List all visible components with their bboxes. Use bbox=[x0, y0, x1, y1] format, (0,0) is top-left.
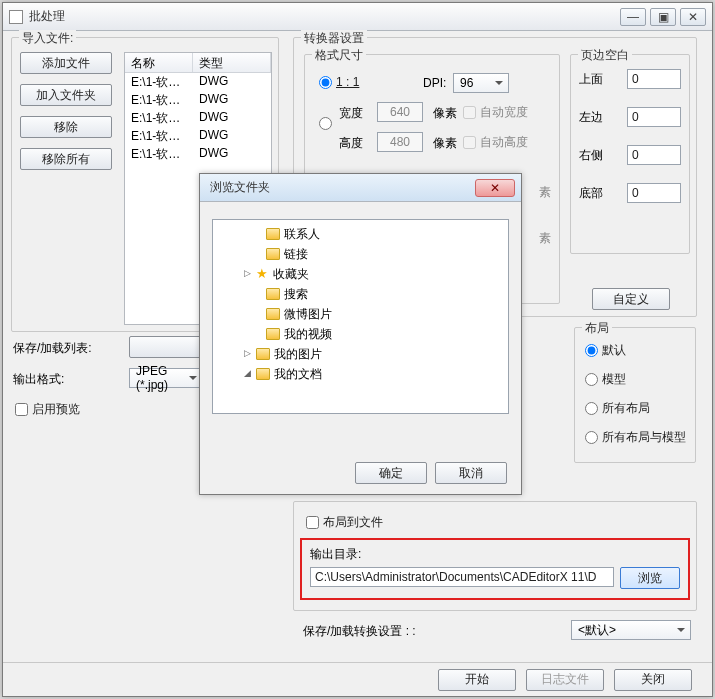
cancel-button[interactable]: 取消 bbox=[435, 462, 507, 484]
save-list-button[interactable] bbox=[129, 336, 203, 358]
margin-top-input[interactable] bbox=[627, 69, 681, 89]
px-suffix-2: 素 bbox=[539, 230, 551, 247]
dpi-label: DPI: bbox=[423, 76, 446, 90]
browse-folder-dialog: 浏览文件夹 ✕ 联系人链接▷★收藏夹搜索微博图片我的视频▷我的图片◢我的文档 确… bbox=[199, 173, 522, 495]
col-name[interactable]: 名称 bbox=[125, 53, 193, 72]
cell-type: DWG bbox=[193, 91, 271, 109]
margin-right-input[interactable] bbox=[627, 145, 681, 165]
output-dir-input[interactable] bbox=[310, 567, 614, 587]
output-dir-label: 输出目录: bbox=[310, 546, 680, 563]
table-row[interactable]: E:\1-软文...DWG bbox=[125, 109, 271, 127]
add-file-button[interactable]: 添加文件 bbox=[20, 52, 112, 74]
table-row[interactable]: E:\1-软文...DWG bbox=[125, 91, 271, 109]
tree-item[interactable]: 联系人 bbox=[215, 224, 506, 244]
dialog-title: 浏览文件夹 bbox=[206, 179, 471, 196]
remove-all-button[interactable]: 移除所有 bbox=[20, 148, 112, 170]
tree-item[interactable]: 搜索 bbox=[215, 284, 506, 304]
table-row[interactable]: E:\1-软文...DWG bbox=[125, 127, 271, 145]
cell-name: E:\1-软文... bbox=[125, 73, 193, 91]
margins-legend: 页边空白 bbox=[578, 47, 632, 64]
tree-item[interactable]: ▷★收藏夹 bbox=[215, 264, 506, 284]
width-input[interactable] bbox=[377, 102, 423, 122]
custom-size-radio[interactable] bbox=[319, 117, 332, 130]
table-header: 名称 类型 bbox=[125, 53, 271, 73]
maximize-button[interactable]: ▣ bbox=[650, 8, 676, 26]
save-settings-label: 保存/加载转换设置 : : bbox=[303, 623, 416, 640]
browse-button[interactable]: 浏览 bbox=[620, 567, 680, 589]
start-button[interactable]: 开始 bbox=[438, 669, 516, 691]
enable-preview-input[interactable] bbox=[15, 403, 28, 416]
height-unit: 像素 bbox=[433, 135, 457, 152]
layout-all-model-radio[interactable]: 所有布局与模型 bbox=[585, 429, 686, 446]
cell-name: E:\1-软文... bbox=[125, 127, 193, 145]
folder-icon bbox=[266, 308, 280, 320]
layout-to-file-input[interactable] bbox=[306, 516, 319, 529]
layout-all-radio[interactable]: 所有布局 bbox=[585, 400, 686, 417]
folder-icon bbox=[256, 348, 270, 360]
table-row[interactable]: E:\1-软文...DWG bbox=[125, 73, 271, 91]
folder-icon bbox=[266, 228, 280, 240]
auto-width-input bbox=[463, 106, 476, 119]
auto-width-checkbox[interactable]: 自动宽度 bbox=[463, 104, 528, 121]
layout-model-radio[interactable]: 模型 bbox=[585, 371, 686, 388]
save-list-label: 保存/加载列表: bbox=[13, 340, 92, 357]
tree-item-label: 我的视频 bbox=[284, 326, 332, 343]
close-button[interactable]: ✕ bbox=[680, 8, 706, 26]
output-format-select[interactable]: JPEG (*.jpg) bbox=[129, 368, 203, 388]
margin-left-input[interactable] bbox=[627, 107, 681, 127]
close-main-button[interactable]: 关闭 bbox=[614, 669, 692, 691]
width-label: 宽度 bbox=[339, 105, 363, 122]
ratio-1-1-radio[interactable]: 1 : 1 bbox=[319, 75, 359, 89]
ok-button[interactable]: 确定 bbox=[355, 462, 427, 484]
tree-item-label: 收藏夹 bbox=[273, 266, 309, 283]
tree-item[interactable]: 微博图片 bbox=[215, 304, 506, 324]
cell-type: DWG bbox=[193, 127, 271, 145]
app-icon bbox=[9, 10, 23, 24]
layout-to-file-checkbox[interactable]: 布局到文件 bbox=[306, 514, 383, 531]
tree-item[interactable]: ◢我的文档 bbox=[215, 364, 506, 384]
favorites-icon: ★ bbox=[256, 268, 269, 281]
layout-default-radio[interactable]: 默认 bbox=[585, 342, 686, 359]
margin-bottom-input[interactable] bbox=[627, 183, 681, 203]
cell-name: E:\1-软文... bbox=[125, 145, 193, 163]
enable-preview-label: 启用预览 bbox=[32, 401, 80, 418]
custom-size-input[interactable] bbox=[319, 117, 332, 130]
custom-button[interactable]: 自定义 bbox=[592, 288, 670, 310]
height-input[interactable] bbox=[377, 132, 423, 152]
expander-icon[interactable]: ▷ bbox=[243, 350, 252, 359]
tree-item[interactable]: ▷我的图片 bbox=[215, 344, 506, 364]
table-row[interactable]: E:\1-软文...DWG bbox=[125, 145, 271, 163]
tree-item[interactable]: 链接 bbox=[215, 244, 506, 264]
dialog-button-row: 确定 取消 bbox=[355, 462, 507, 484]
save-settings-select[interactable]: <默认> bbox=[571, 620, 691, 640]
tree-item[interactable]: 我的视频 bbox=[215, 324, 506, 344]
remove-button[interactable]: 移除 bbox=[20, 116, 112, 138]
folder-icon bbox=[266, 328, 280, 340]
layout-to-file-label: 布局到文件 bbox=[323, 514, 383, 531]
dpi-select[interactable]: 96 bbox=[453, 73, 509, 93]
tree-item-label: 链接 bbox=[284, 246, 308, 263]
dialog-close-button[interactable]: ✕ bbox=[475, 179, 515, 197]
dialog-titlebar: 浏览文件夹 ✕ bbox=[200, 174, 521, 202]
minimize-button[interactable]: — bbox=[620, 8, 646, 26]
margin-bottom-label: 底部 bbox=[579, 185, 603, 202]
enable-preview-checkbox[interactable]: 启用预览 bbox=[15, 401, 80, 418]
col-type[interactable]: 类型 bbox=[193, 53, 271, 72]
output-group: 布局到文件 输出目录: 浏览 bbox=[293, 501, 697, 611]
expander-icon[interactable]: ◢ bbox=[243, 370, 252, 379]
margin-left-label: 左边 bbox=[579, 109, 603, 126]
cell-type: DWG bbox=[193, 145, 271, 163]
folder-tree[interactable]: 联系人链接▷★收藏夹搜索微博图片我的视频▷我的图片◢我的文档 bbox=[212, 219, 509, 414]
expander-icon[interactable]: ▷ bbox=[243, 270, 252, 279]
ratio-1-1-input[interactable] bbox=[319, 76, 332, 89]
format-size-legend: 格式尺寸 bbox=[312, 47, 366, 64]
margin-top-label: 上面 bbox=[579, 71, 603, 88]
titlebar: 批处理 — ▣ ✕ bbox=[3, 3, 712, 31]
tree-item-label: 我的图片 bbox=[274, 346, 322, 363]
add-folder-button[interactable]: 加入文件夹 bbox=[20, 84, 112, 106]
output-format-label: 输出格式: bbox=[13, 371, 64, 388]
converter-legend: 转换器设置 bbox=[301, 30, 367, 47]
height-label: 高度 bbox=[339, 135, 363, 152]
auto-height-checkbox[interactable]: 自动高度 bbox=[463, 134, 528, 151]
folder-icon bbox=[266, 288, 280, 300]
